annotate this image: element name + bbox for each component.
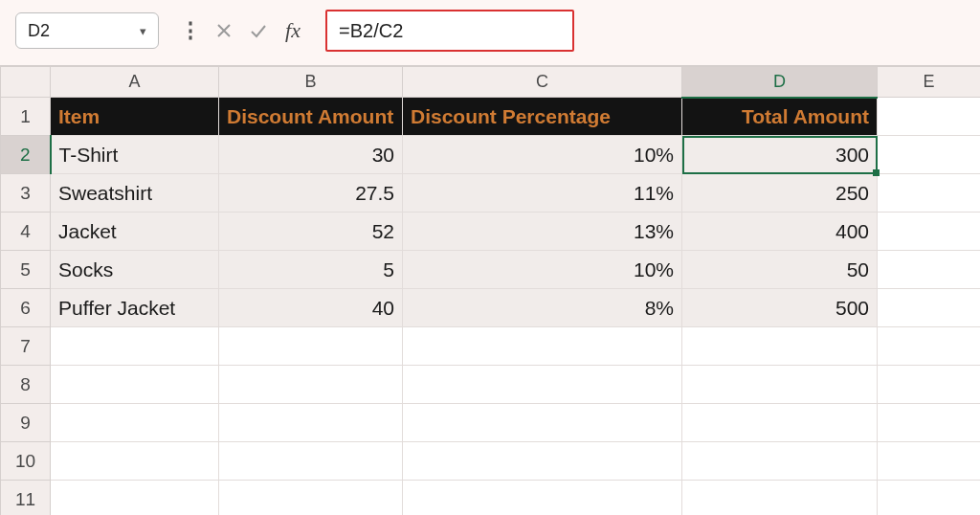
cell-D7[interactable] (682, 327, 878, 366)
cell-A6[interactable]: Puffer Jacket (51, 289, 219, 327)
cell-E2[interactable] (878, 136, 981, 174)
cell-E10[interactable] (878, 442, 981, 481)
cell-B3[interactable]: 27.5 (219, 174, 403, 213)
row-header-5[interactable]: 5 (1, 251, 51, 289)
row-header-1[interactable]: 1 (1, 98, 51, 136)
table-row: 10 (1, 442, 981, 481)
cell-C4[interactable]: 13% (403, 213, 682, 251)
cell-A8[interactable] (51, 366, 219, 404)
cell-C11[interactable] (403, 481, 682, 516)
row-header-3[interactable]: 3 (1, 174, 51, 213)
table-row: 5 Socks 5 10% 50 (1, 251, 981, 289)
table-row: 3 Sweatshirt 27.5 11% 250 (1, 174, 981, 213)
cell-A5[interactable]: Socks (51, 251, 219, 289)
cell-E4[interactable] (878, 213, 981, 251)
grid: A B C D E 1 Item Discount Amount Discoun… (0, 66, 980, 515)
cell-E1[interactable] (878, 98, 981, 136)
formula-bar-buttons: ⋮ fx (174, 13, 310, 48)
col-header-C[interactable]: C (403, 67, 682, 98)
cell-D2[interactable]: 300 (682, 136, 878, 174)
cell-C2[interactable]: 10% (403, 136, 682, 174)
cell-D5[interactable]: 50 (682, 251, 878, 289)
table-row: 7 (1, 327, 981, 366)
cell-D11[interactable] (682, 481, 878, 516)
cell-E6[interactable] (878, 289, 981, 327)
col-header-E[interactable]: E (878, 67, 981, 98)
worksheet[interactable]: A B C D E 1 Item Discount Amount Discoun… (0, 65, 980, 515)
fx-icon: fx (285, 18, 301, 43)
cell-C10[interactable] (403, 442, 682, 481)
enter-formula-button[interactable] (241, 13, 276, 48)
table-row: 6 Puffer Jacket 40 8% 500 (1, 289, 981, 327)
cell-C9[interactable] (403, 404, 682, 442)
formula-input-value: =B2/C2 (339, 20, 403, 42)
formula-bar: D2 ▾ ⋮ fx =B2/C2 (0, 0, 980, 65)
row-header-8[interactable]: 8 (1, 366, 51, 404)
dots-icon[interactable]: ⋮ (174, 18, 207, 43)
table-row: 11 (1, 481, 981, 516)
table-row: 2 T-Shirt 30 10% 300 (1, 136, 981, 174)
cell-C6[interactable]: 8% (403, 289, 682, 327)
cell-A11[interactable] (51, 481, 219, 516)
cell-D1[interactable]: Total Amount (682, 98, 878, 136)
cell-D3[interactable]: 250 (682, 174, 878, 213)
table-row: 8 (1, 366, 981, 404)
col-header-A[interactable]: A (51, 67, 219, 98)
cell-B9[interactable] (219, 404, 403, 442)
cell-D8[interactable] (682, 366, 878, 404)
cell-D9[interactable] (682, 404, 878, 442)
cell-E11[interactable] (878, 481, 981, 516)
row-header-4[interactable]: 4 (1, 213, 51, 251)
cell-B5[interactable]: 5 (219, 251, 403, 289)
insert-function-button[interactable]: fx (276, 13, 310, 48)
cell-B6[interactable]: 40 (219, 289, 403, 327)
cell-D4[interactable]: 400 (682, 213, 878, 251)
cell-A1[interactable]: Item (51, 98, 219, 136)
cell-C3[interactable]: 11% (403, 174, 682, 213)
select-all-triangle[interactable] (1, 67, 51, 98)
cell-E8[interactable] (878, 366, 981, 404)
row-header-11[interactable]: 11 (1, 481, 51, 516)
formula-input[interactable]: =B2/C2 (325, 10, 574, 52)
row-header-6[interactable]: 6 (1, 289, 51, 327)
chevron-down-icon[interactable]: ▾ (140, 24, 146, 38)
cell-B8[interactable] (219, 366, 403, 404)
cell-A10[interactable] (51, 442, 219, 481)
cell-B7[interactable] (219, 327, 403, 366)
row-header-10[interactable]: 10 (1, 442, 51, 481)
col-header-B[interactable]: B (219, 67, 403, 98)
row-header-9[interactable]: 9 (1, 404, 51, 442)
cell-B4[interactable]: 52 (219, 213, 403, 251)
cell-B11[interactable] (219, 481, 403, 516)
cell-B1[interactable]: Discount Amount (219, 98, 403, 136)
table-row: 9 (1, 404, 981, 442)
cancel-formula-button[interactable] (207, 13, 241, 48)
col-header-D[interactable]: D (682, 67, 878, 98)
cell-A9[interactable] (51, 404, 219, 442)
cell-D6[interactable]: 500 (682, 289, 878, 327)
cell-E5[interactable] (878, 251, 981, 289)
cell-B2[interactable]: 30 (219, 136, 403, 174)
cell-E7[interactable] (878, 327, 981, 366)
column-header-row: A B C D E (1, 67, 981, 98)
cell-B10[interactable] (219, 442, 403, 481)
table-header-row: 1 Item Discount Amount Discount Percenta… (1, 98, 981, 136)
cell-C5[interactable]: 10% (403, 251, 682, 289)
row-header-7[interactable]: 7 (1, 327, 51, 366)
cell-C1[interactable]: Discount Percentage (403, 98, 682, 136)
cell-A2[interactable]: T-Shirt (51, 136, 219, 174)
cell-E3[interactable] (878, 174, 981, 213)
name-box-value: D2 (28, 21, 50, 41)
cell-C7[interactable] (403, 327, 682, 366)
cell-A4[interactable]: Jacket (51, 213, 219, 251)
cell-C8[interactable] (403, 366, 682, 404)
cell-D10[interactable] (682, 442, 878, 481)
name-box[interactable]: D2 ▾ (15, 12, 159, 49)
cell-E9[interactable] (878, 404, 981, 442)
cell-A3[interactable]: Sweatshirt (51, 174, 219, 213)
cell-A7[interactable] (51, 327, 219, 366)
row-header-2[interactable]: 2 (1, 136, 51, 174)
table-row: 4 Jacket 52 13% 400 (1, 213, 981, 251)
